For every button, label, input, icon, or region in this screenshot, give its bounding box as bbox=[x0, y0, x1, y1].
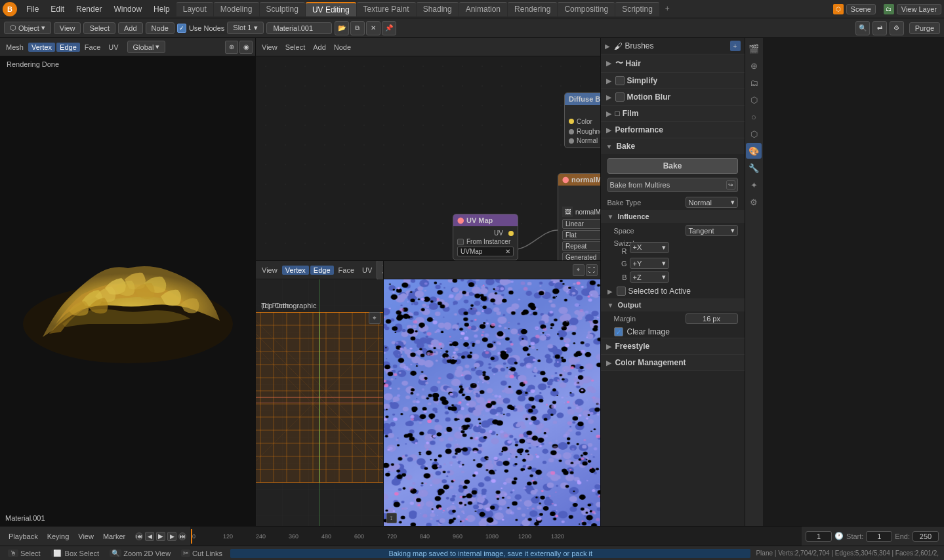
uv-nav-icon[interactable]: ⌖ bbox=[369, 312, 380, 324]
bake-header[interactable]: ▼ Bake bbox=[601, 138, 745, 154]
render-proportional-button[interactable]: ◉ bbox=[239, 41, 253, 54]
freestyle-header[interactable]: ▶ Freestyle bbox=[601, 338, 745, 354]
tab-scripting[interactable]: Scripting bbox=[615, 2, 659, 16]
vertex-mode-button[interactable]: Vertex bbox=[28, 43, 55, 52]
uv-face-mode[interactable]: Face bbox=[335, 266, 358, 275]
menu-help[interactable]: Help bbox=[148, 3, 175, 15]
performance-header[interactable]: ▶ Performance bbox=[601, 122, 745, 138]
world-properties-btn[interactable]: ○ bbox=[746, 109, 762, 125]
space-dropdown[interactable]: Tangent ▾ bbox=[686, 225, 738, 236]
bake-from-toggle[interactable]: ↪ bbox=[726, 180, 735, 190]
view-layer-properties-btn[interactable]: 🗂 bbox=[746, 75, 762, 90]
current-frame-input[interactable]: 1 bbox=[806, 531, 832, 542]
uv-map-close[interactable]: ⬤ bbox=[457, 217, 464, 224]
nm-extension-dropdown[interactable]: Repeat▾ bbox=[562, 241, 600, 251]
add-menu[interactable]: Add bbox=[118, 22, 143, 34]
uv-view-menu[interactable]: View bbox=[258, 266, 281, 275]
tab-sculpting[interactable]: Sculpting bbox=[260, 2, 305, 16]
tab-rendering[interactable]: Rendering bbox=[508, 2, 557, 16]
slot-button[interactable]: Slot 1 ▾ bbox=[227, 22, 263, 34]
menu-edit[interactable]: Edit bbox=[45, 3, 70, 15]
use-nodes-checkbox[interactable]: ✓ bbox=[177, 24, 186, 33]
scene-properties-btn[interactable]: ⬡ bbox=[746, 92, 762, 108]
tab-shading[interactable]: Shading bbox=[417, 2, 459, 16]
cut-links-status-btn[interactable]: ✂ Cut Links bbox=[178, 550, 225, 557]
ne-view-menu[interactable]: View bbox=[258, 43, 281, 52]
menu-file[interactable]: File bbox=[21, 3, 44, 15]
uv-uv-mode[interactable]: UV bbox=[359, 266, 375, 275]
timeline-play-btn[interactable]: ▶ bbox=[156, 532, 165, 541]
render-properties-btn[interactable]: 🎬 bbox=[746, 41, 762, 56]
nm-projection-dropdown[interactable]: Flat▾ bbox=[562, 230, 600, 240]
brushes-header[interactable]: ▶ 🖌 Brushes + bbox=[601, 38, 745, 54]
bake-nav-icon[interactable]: ⌖ bbox=[573, 264, 585, 276]
node-menu[interactable]: Node bbox=[146, 22, 174, 34]
timeline-keying-menu[interactable]: Keying bbox=[44, 532, 73, 541]
uv-output-dot[interactable] bbox=[508, 231, 514, 236]
face-mode-button[interactable]: Face bbox=[81, 43, 104, 52]
film-header[interactable]: ▶ □ Film bbox=[601, 106, 745, 121]
more-button[interactable]: ⚙ bbox=[890, 21, 904, 35]
tab-layout[interactable]: Layout bbox=[176, 2, 213, 16]
timeline-jump-end-btn[interactable]: ⏭ bbox=[178, 532, 186, 540]
timeline-marker-menu[interactable]: Marker bbox=[100, 532, 129, 541]
bake-from-multires-button[interactable]: Bake from Multires ↪ bbox=[607, 178, 738, 192]
hair-header[interactable]: ▶ 〜 Hair bbox=[601, 54, 745, 72]
output-properties-btn[interactable]: ⊕ bbox=[746, 58, 762, 73]
unlink-material-button[interactable]: ✕ bbox=[366, 21, 380, 35]
browse-material-button[interactable]: 📂 bbox=[335, 21, 349, 35]
bake-maximize-btn[interactable]: ⛶ bbox=[586, 264, 598, 276]
render-snap-button[interactable]: ⊕ bbox=[225, 41, 238, 54]
add-workspace-button[interactable]: + bbox=[660, 2, 675, 16]
ne-select-menu[interactable]: Select bbox=[282, 43, 309, 52]
object-mode-button[interactable]: ⬡ Object ▾ bbox=[4, 22, 51, 34]
bake-type-dropdown[interactable]: Normal ▾ bbox=[686, 197, 738, 208]
brushes-settings-btn[interactable]: + bbox=[730, 41, 741, 51]
tab-uv-editing[interactable]: UV Editing bbox=[306, 2, 356, 16]
tab-animation[interactable]: Animation bbox=[459, 2, 507, 16]
render-global-button[interactable]: Global ▾ bbox=[127, 41, 166, 53]
timeline-prev-frame-btn[interactable]: ◀ bbox=[145, 532, 154, 541]
uv-vertex-mode[interactable]: Vertex bbox=[282, 266, 309, 275]
zoom-status-btn[interactable]: 🔍 Zoom 2D View bbox=[107, 550, 173, 557]
uv-global-btn[interactable]: Global ▾ bbox=[377, 261, 383, 280]
simplify-header[interactable]: ▶ Simplify bbox=[601, 73, 745, 89]
tab-modeling[interactable]: Modeling bbox=[214, 2, 259, 16]
clear-image-checkbox[interactable]: ✓ bbox=[614, 327, 623, 336]
purge-button[interactable]: Purge bbox=[909, 22, 940, 34]
physics-btn[interactable]: ⚙ bbox=[746, 194, 762, 210]
scene-name[interactable]: Scene bbox=[846, 4, 876, 14]
particles-btn[interactable]: ✦ bbox=[746, 177, 762, 193]
selected-to-active-checkbox[interactable] bbox=[617, 287, 626, 296]
end-frame-input[interactable]: 250 bbox=[913, 531, 939, 542]
menu-window[interactable]: Window bbox=[108, 3, 147, 15]
pin-material-button[interactable]: 📌 bbox=[382, 21, 396, 35]
active-properties-btn[interactable]: 🎨 bbox=[746, 143, 762, 159]
tab-texture-paint[interactable]: Texture Paint bbox=[357, 2, 416, 16]
instancer-checkbox[interactable] bbox=[457, 239, 464, 245]
color-input-dot[interactable] bbox=[569, 119, 574, 124]
mesh-mode-button[interactable]: Mesh bbox=[3, 43, 27, 52]
nm-source-dropdown[interactable]: Generated▾ bbox=[562, 252, 600, 261]
copy-material-button[interactable]: ⧉ bbox=[350, 21, 365, 35]
ne-node-menu[interactable]: Node bbox=[331, 43, 354, 52]
view-layer-name[interactable]: View Layer bbox=[897, 4, 941, 14]
ne-add-menu[interactable]: Add bbox=[310, 43, 329, 52]
swizzle-g-dropdown[interactable]: +Y ▾ bbox=[630, 258, 669, 269]
object-properties-btn[interactable]: ⬡ bbox=[746, 126, 762, 142]
nm-interpolation-dropdown[interactable]: Linear▾ bbox=[562, 219, 600, 229]
edge-mode-button[interactable]: Edge bbox=[56, 43, 80, 52]
menu-render[interactable]: Render bbox=[71, 3, 107, 15]
select-menu[interactable]: Select bbox=[83, 22, 115, 34]
swizzle-b-dropdown[interactable]: +Z ▾ bbox=[630, 271, 669, 283]
modifier-properties-btn[interactable]: 🔧 bbox=[746, 160, 762, 176]
box-select-status-btn[interactable]: ⬜ Box Select bbox=[49, 550, 102, 557]
tab-compositing[interactable]: Compositing bbox=[558, 2, 615, 16]
simplify-checkbox[interactable] bbox=[615, 76, 625, 85]
selected-to-active-header[interactable]: ▶ Selected to Active bbox=[601, 284, 745, 298]
uvmap-dropdown[interactable]: UVMap ✕ bbox=[457, 247, 514, 256]
motion-blur-checkbox[interactable] bbox=[615, 92, 625, 102]
swizzle-r-dropdown[interactable]: +X ▾ bbox=[630, 242, 669, 253]
timeline-playback-menu[interactable]: Playback bbox=[5, 532, 41, 541]
bake-button[interactable]: Bake bbox=[607, 158, 738, 174]
